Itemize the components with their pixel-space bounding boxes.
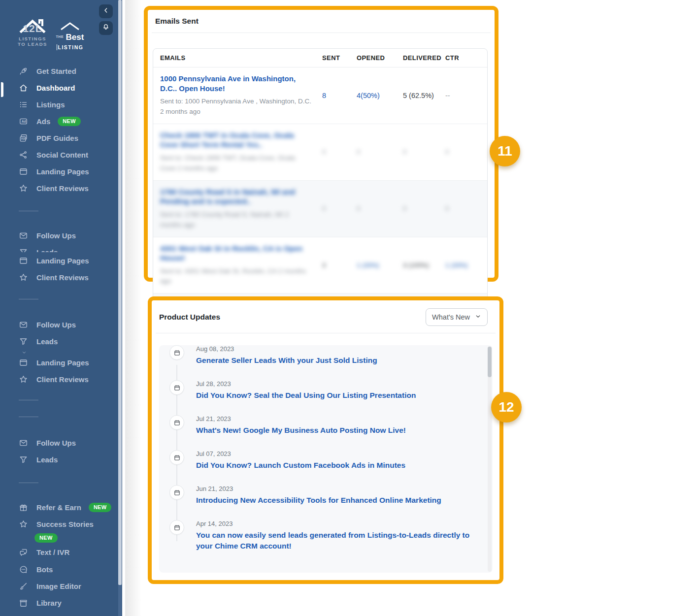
emails-table-header: EMAILS SENT OPENED DELIVERED CTR xyxy=(153,49,487,67)
update-date: Aug 08, 2023 xyxy=(196,345,377,353)
sidebar-item-client-reviews[interactable]: Client Reviews xyxy=(0,180,122,196)
chat-dots-icon xyxy=(19,565,28,574)
sidebar-item-label: Leads xyxy=(36,455,58,464)
sidebar-item-label: Listings xyxy=(36,100,65,109)
table-row-redacted: Check 1906 TWT in Ocala Cove, Ocala Cove… xyxy=(153,124,487,181)
sidebar-item-library[interactable]: Library xyxy=(0,594,122,611)
sidebar-item-leads-2[interactable]: Leads xyxy=(0,333,122,350)
best-listing-logo: THE Best LISTING xyxy=(55,18,85,51)
sidebar-item-success-stories[interactable]: Success Stories xyxy=(0,516,122,532)
sidebar-item-client-reviews-2[interactable]: Client Reviews xyxy=(0,269,122,286)
browser-icon xyxy=(19,167,28,176)
gift-icon xyxy=(19,503,28,512)
list-item: Aug 08, 2023 Generate Seller Leads With … xyxy=(159,345,493,380)
update-date: Jun 21, 2023 xyxy=(196,485,441,492)
sidebar-item-pdf-guides[interactable]: PDF PDF Guides xyxy=(0,130,122,146)
list-item: Jul 21, 2023 What's New! Google My Busin… xyxy=(159,415,493,450)
delivered-value: 5 (62.5%) xyxy=(403,92,445,99)
logo-best: Best xyxy=(66,32,84,42)
sidebar-item-follow-ups-2[interactable]: Follow Ups xyxy=(0,316,122,333)
sidebar-item-dashboard[interactable]: Dashboard xyxy=(0,79,122,96)
sidebar-item-text-ivr[interactable]: Text / IVR xyxy=(0,543,122,561)
opened-value: 0 xyxy=(357,148,403,156)
divider xyxy=(19,483,38,483)
annotation-badge-12: 12 xyxy=(491,392,522,422)
column-header-sent: SENT xyxy=(322,49,357,67)
sidebar-nav: Get Started Dashboard Listings Ad Ads NE… xyxy=(0,63,122,611)
ctr-value: 0 xyxy=(445,205,487,212)
sidebar-item-image-editor[interactable]: Image Editor xyxy=(0,578,122,594)
sidebar-item-ads[interactable]: Ad Ads NEW xyxy=(0,113,122,130)
divider xyxy=(19,299,38,299)
update-date: Apr 14, 2023 xyxy=(196,520,472,527)
notifications-button[interactable] xyxy=(99,21,113,35)
update-title-link[interactable]: Generate Seller Leads With your Just Sol… xyxy=(196,355,377,366)
sidebar-item-follow-ups[interactable]: Follow Ups xyxy=(0,227,122,244)
divider xyxy=(19,417,38,417)
sidebar-item-label: Dashboard xyxy=(36,84,75,92)
new-badge: NEW xyxy=(58,117,81,126)
whats-new-select[interactable]: What's New xyxy=(426,308,488,326)
sidebar-collapse-button[interactable] xyxy=(99,4,113,18)
sidebar-item-landing-pages[interactable]: Landing Pages xyxy=(0,163,122,180)
logo-listing: LISTING xyxy=(57,44,84,50)
sidebar-item-label: Ads xyxy=(36,117,50,126)
home-icon xyxy=(19,83,28,93)
box-icon xyxy=(19,598,28,608)
rocket-icon xyxy=(19,66,28,76)
update-title-link[interactable]: What's New! Google My Business Auto Post… xyxy=(196,425,406,436)
sidebar-item-label: Landing Pages xyxy=(36,257,89,265)
delivered-value: 3 (100%) xyxy=(403,261,445,269)
sent-value: 8 xyxy=(322,92,357,99)
update-date: Jul 28, 2023 xyxy=(196,380,416,388)
divider xyxy=(19,400,38,400)
email-title-link[interactable]: 4301 West Oak St in Rocklin, CA is Open … xyxy=(160,244,311,263)
sidebar-scrollbar-thumb[interactable] xyxy=(118,0,122,585)
sidebar-item-refer-and-earn[interactable]: Refer & Earn NEW xyxy=(0,499,122,516)
sidebar-item-label: Image Editor xyxy=(36,582,81,590)
delivered-value: 0 xyxy=(403,205,445,212)
updates-scrollbar-track[interactable] xyxy=(488,346,492,572)
sidebar-item-follow-ups-3[interactable]: Follow Ups xyxy=(0,434,122,451)
update-date: Jul 07, 2023 xyxy=(196,450,405,457)
email-title-link[interactable]: 1780 County Road S in Nainah, WI and Pen… xyxy=(160,187,311,206)
list-icon xyxy=(19,100,28,109)
logo-line1: LISTINGS xyxy=(17,36,48,41)
update-title-link[interactable]: Did You Know? Seal the Deal Using Our Li… xyxy=(196,390,416,401)
sidebar-item-listings[interactable]: Listings xyxy=(0,96,122,113)
emails-card-title: Emails Sent xyxy=(155,17,491,26)
list-item: Jul 07, 2023 Did You Know? Launch Custom… xyxy=(159,450,493,485)
updates-scrollbar-thumb[interactable] xyxy=(488,347,492,377)
sidebar-item-bots[interactable]: Bots xyxy=(0,561,122,578)
sidebar-item-label: Client Reviews xyxy=(36,184,89,193)
emails-table: EMAILS SENT OPENED DELIVERED CTR 1000 Pe… xyxy=(153,48,488,330)
logo-the: THE xyxy=(56,35,64,38)
sidebar-item-client-reviews-3[interactable]: Client Reviews xyxy=(0,371,122,388)
sidebar: 12L LISTINGS TO LEADS THE Best LISTING G… xyxy=(0,0,122,616)
sidebar-item-get-started[interactable]: Get Started xyxy=(0,63,122,79)
funnel-icon xyxy=(19,248,28,253)
sidebar-item-label: Client Reviews xyxy=(36,375,89,384)
sidebar-item-leads-3[interactable]: Leads xyxy=(0,451,122,468)
product-updates-list: Aug 08, 2023 Generate Seller Leads With … xyxy=(159,345,493,573)
update-title-link[interactable]: You can now easily send leads generated … xyxy=(196,530,472,551)
star-icon xyxy=(19,519,28,529)
sidebar-item-leads-clipped[interactable]: Leads xyxy=(0,244,122,252)
sidebar-item-label: Library xyxy=(36,599,62,607)
envelope-icon xyxy=(19,438,28,448)
email-subtitle: Sent to: Check 1906 TWT, Ocala Cove, Oca… xyxy=(160,153,311,174)
calendar-icon xyxy=(169,520,184,535)
star-icon xyxy=(19,273,28,282)
sidebar-item-landing-pages-2[interactable]: Landing Pages xyxy=(0,252,122,269)
update-title-link[interactable]: Did You Know? Launch Custom Facebook Ads… xyxy=(196,460,405,471)
chat-text-icon xyxy=(19,548,28,557)
update-title-link[interactable]: Introducing New Accessibility Tools for … xyxy=(196,495,441,506)
success-stories-new-badge-row: NEW xyxy=(0,532,122,543)
sidebar-item-social-content[interactable]: Social Content xyxy=(0,146,122,163)
divider xyxy=(19,211,38,211)
email-title-link[interactable]: Check 1906 TWT in Ocala Cove, Ocala Cove… xyxy=(160,130,311,150)
sidebar-item-landing-pages-3[interactable]: Landing Pages xyxy=(0,354,122,371)
email-title-link[interactable]: 1000 Pennsylvania Ave in Washington, D.C… xyxy=(160,74,311,93)
sent-value: 0 xyxy=(322,148,357,156)
chevron-left-icon xyxy=(102,6,110,16)
